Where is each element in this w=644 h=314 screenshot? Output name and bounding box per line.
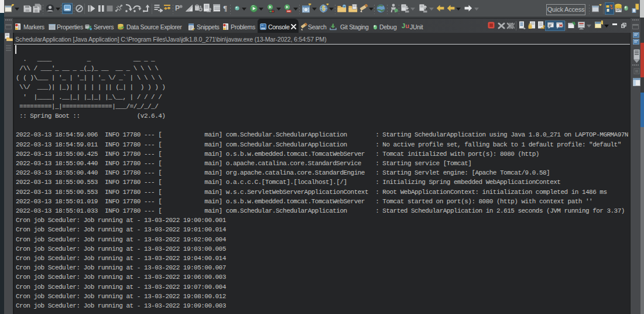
svg-text:GIT: GIT [616,8,622,12]
svg-text:$: $ [322,5,326,12]
svg-text:P: P [175,4,180,12]
